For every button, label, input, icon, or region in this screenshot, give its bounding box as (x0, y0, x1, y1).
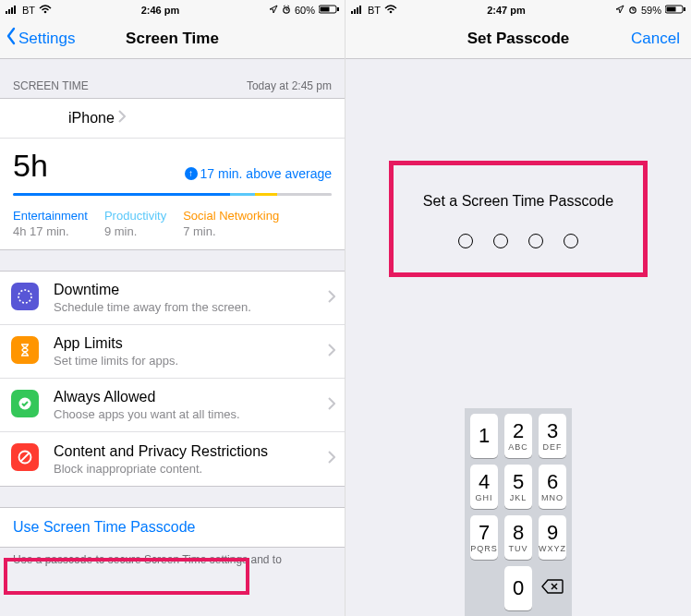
cat-value: 4h 17 min. (13, 224, 88, 238)
key-4[interactable]: 4GHI (470, 465, 498, 509)
back-label: Settings (18, 30, 75, 48)
signal-icon (6, 5, 18, 16)
svg-rect-12 (337, 7, 339, 11)
screen-time-screen: BT 2:46 pm 60% Settings Screen Time SCRE… (0, 0, 346, 616)
chevron-right-icon (328, 451, 335, 467)
key-6[interactable]: 6MNO (539, 465, 566, 509)
svg-line-8 (284, 6, 285, 6)
chevron-right-icon (328, 290, 335, 307)
battery-icon (665, 5, 685, 16)
svg-rect-1 (8, 9, 10, 14)
section-header: SCREEN TIME Today at 2:45 pm (0, 59, 345, 98)
page-title: Set Passcode (467, 30, 570, 48)
passcode-dot (458, 234, 473, 248)
app-limits-row[interactable]: App LimitsSet time limits for apps. (0, 325, 345, 379)
usage-bar (13, 193, 332, 196)
back-button[interactable]: Settings (6, 18, 75, 58)
passcode-dot (528, 234, 543, 248)
svg-rect-0 (6, 11, 7, 14)
clock: 2:47 pm (487, 5, 526, 16)
chevron-right-icon (118, 110, 126, 126)
svg-line-9 (287, 6, 289, 6)
svg-rect-26 (666, 7, 675, 12)
key-delete[interactable] (539, 566, 566, 610)
key-blank (470, 566, 498, 610)
svg-rect-19 (357, 7, 358, 14)
section-header-right: Today at 2:45 pm (247, 79, 332, 92)
key-2[interactable]: 2ABC (504, 414, 532, 458)
svg-rect-11 (320, 7, 329, 12)
passcode-dot (564, 234, 578, 248)
status-bar: BT 2:46 pm 60% (0, 0, 345, 18)
nav-bar: Settings Screen Time (0, 18, 345, 59)
category-breakdown: Entertainment4h 17 min. Productivity9 mi… (0, 203, 345, 249)
wifi-icon (39, 5, 52, 16)
delta-label: ↑ 17 min. above average (185, 166, 332, 181)
status-bar: BT 2:47 pm 59% (346, 0, 691, 18)
page-title: Screen Time (126, 30, 219, 48)
key-1[interactable]: 1 (470, 414, 498, 458)
svg-point-21 (390, 11, 393, 14)
device-name: iPhone (68, 110, 115, 126)
cancel-button[interactable]: Cancel (631, 18, 680, 58)
alarm-icon (628, 5, 637, 16)
hourglass-icon (11, 336, 39, 364)
backspace-icon (540, 578, 564, 598)
passcode-link-group: Use Screen Time Passcode (0, 507, 345, 548)
passcode-area: Set a Screen Time Passcode 1 2ABC 3DEF 4… (346, 59, 691, 616)
alarm-icon (282, 5, 291, 16)
numeric-keypad: 1 2ABC 3DEF 4GHI 5JKL 6MNO 7PQRS 8TUV 9W… (465, 408, 572, 616)
signal-icon (351, 5, 364, 16)
key-9[interactable]: 9WXYZ (539, 515, 566, 560)
clock: 2:46 pm (141, 5, 180, 16)
svg-rect-2 (11, 7, 13, 14)
cat-value: 9 min. (104, 224, 166, 238)
svg-rect-27 (684, 7, 685, 11)
location-icon (269, 5, 278, 16)
location-icon (615, 5, 624, 16)
passcode-dots (458, 234, 578, 248)
footer-note: Use a passcode to secure Screen Time set… (0, 548, 345, 566)
nav-bar: Set Passcode Cancel (346, 18, 691, 59)
svg-point-4 (44, 11, 47, 14)
restrictions-row[interactable]: Content and Privacy RestrictionsBlock in… (0, 432, 345, 486)
battery-percent: 59% (641, 5, 661, 16)
key-3[interactable]: 3DEF (539, 414, 566, 458)
section-header-left: SCREEN TIME (13, 79, 89, 92)
cat-label: Productivity (104, 209, 166, 223)
svg-line-16 (21, 453, 30, 462)
key-0[interactable]: 0 (504, 566, 532, 610)
downtime-row[interactable]: DowntimeSchedule time away from the scre… (0, 272, 345, 325)
feature-list: DowntimeSchedule time away from the scre… (0, 271, 345, 487)
usage-block: iPhone 5h ↑ 17 min. above average Entert… (0, 98, 345, 250)
no-entry-icon (11, 443, 39, 471)
passcode-dot (493, 234, 508, 248)
downtime-icon (11, 283, 39, 310)
carrier-label: BT (368, 5, 381, 16)
cat-label: Entertainment (13, 209, 88, 223)
passcode-prompt: Set a Screen Time Passcode (423, 193, 613, 210)
key-5[interactable]: 5JKL (504, 465, 532, 509)
key-7[interactable]: 7PQRS (470, 515, 498, 560)
key-8[interactable]: 8TUV (504, 515, 532, 560)
use-passcode-button[interactable]: Use Screen Time Passcode (0, 508, 345, 547)
always-allowed-row[interactable]: Always AllowedChoose apps you want at al… (0, 379, 345, 432)
cat-value: 7 min. (183, 224, 279, 238)
up-arrow-icon: ↑ (185, 167, 198, 180)
set-passcode-screen: BT 2:47 pm 59% Set Passcode Cancel Set a… (346, 0, 691, 616)
svg-rect-3 (14, 6, 16, 14)
cat-label: Social Networking (183, 209, 279, 223)
carrier-label: BT (22, 5, 35, 16)
battery-percent: 60% (295, 5, 315, 16)
total-hours: 5h (13, 148, 48, 184)
battery-icon (319, 5, 339, 16)
chevron-left-icon (6, 27, 17, 50)
svg-point-13 (18, 290, 31, 303)
wifi-icon (384, 5, 397, 16)
check-badge-icon (11, 390, 39, 417)
svg-rect-18 (354, 9, 356, 14)
svg-rect-20 (359, 6, 361, 14)
chevron-right-icon (328, 397, 335, 414)
svg-rect-17 (351, 11, 353, 14)
device-row[interactable]: iPhone (0, 99, 345, 139)
